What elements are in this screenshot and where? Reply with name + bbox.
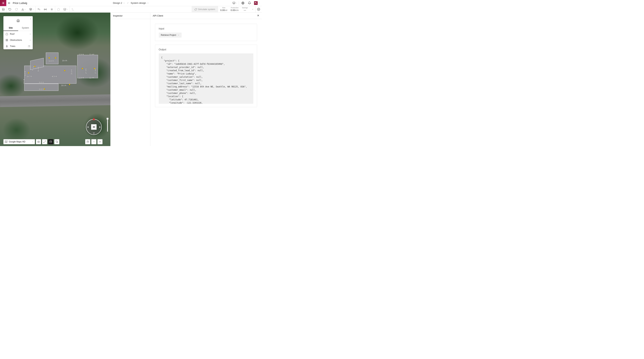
roof-edge-label: 16.4 ft xyxy=(38,67,39,72)
svg-point-0 xyxy=(3,3,4,4)
axis-button[interactable] xyxy=(70,6,76,13)
metrics-bar: Size 0.00kW Production 0.00kWh Savings — xyxy=(218,7,250,12)
svg-marker-20 xyxy=(30,8,32,9)
download-button[interactable] xyxy=(20,6,28,13)
redo-button[interactable] xyxy=(13,6,20,13)
breadcrumb: Design 2 / System design xyxy=(112,1,150,5)
chevron-down-icon[interactable] xyxy=(258,2,260,4)
svg-rect-39 xyxy=(7,40,8,41)
roof-edge-label: 14.1 ft xyxy=(23,79,25,84)
zoom-in-button[interactable]: + xyxy=(98,139,102,144)
close-icon xyxy=(257,14,260,17)
measure-button[interactable] xyxy=(54,139,59,144)
chevron-down-icon xyxy=(178,34,180,36)
sun-button[interactable] xyxy=(48,6,55,13)
inspector-title: Inspector xyxy=(110,13,150,19)
panel-item-roof[interactable]: Roof › xyxy=(4,31,33,37)
roof-edge-label: 12.4 ft xyxy=(89,54,94,56)
map-canvas[interactable]: 12.8 ft 12.4 ft 14.5 ft - 19.4 ft - 20.6… xyxy=(0,13,110,146)
settings-button[interactable] xyxy=(255,6,262,13)
notifications-button[interactable] xyxy=(246,0,252,6)
home-icon xyxy=(4,16,33,25)
device-button[interactable] xyxy=(62,6,70,13)
metrics-expand[interactable] xyxy=(250,8,255,10)
svg-rect-38 xyxy=(6,40,7,41)
svg-point-22 xyxy=(51,9,52,10)
svg-marker-40 xyxy=(5,141,7,143)
undo-button[interactable] xyxy=(7,6,13,13)
compass-west-icon: ◄ xyxy=(87,126,89,128)
roof-edge-label: 12.8 ft xyxy=(79,77,84,79)
svg-line-6 xyxy=(4,4,4,4)
basemap-selector[interactable]: Google Maps HD xyxy=(4,139,35,144)
save-button[interactable] xyxy=(0,6,6,13)
compass-north-icon xyxy=(92,118,95,120)
metric-savings: Savings — xyxy=(242,7,248,12)
breadcrumb-separator: / xyxy=(128,2,128,4)
panel-item-trees[interactable]: Trees T xyxy=(4,43,33,49)
svg-line-30 xyxy=(52,9,53,9)
shortcut-badge: T xyxy=(28,45,30,48)
operation-selector[interactable]: Retrieve Project xyxy=(159,33,182,38)
api-client-title: API Client xyxy=(150,13,262,19)
roof-edge-label: 20.6 ft xyxy=(71,70,73,75)
chevron-down-icon xyxy=(236,2,237,4)
input-section-title: Input xyxy=(159,27,254,30)
svg-point-14 xyxy=(242,3,244,4)
svg-line-7 xyxy=(2,4,2,4)
metric-production: Production 0.00kWh xyxy=(231,7,239,12)
roof-edge-label: 20.5 ft - xyxy=(61,85,67,87)
tab-system[interactable]: System xyxy=(18,25,33,31)
simulate-button[interactable]: Simulate system xyxy=(192,6,218,13)
roof-edge-label: 33.9 ft - xyxy=(39,82,45,84)
zoom-out-button[interactable]: − xyxy=(91,139,96,144)
map-mode-button[interactable] xyxy=(48,139,53,144)
svg-point-43 xyxy=(38,141,39,142)
svg-line-44 xyxy=(45,141,46,142)
visibility-button[interactable] xyxy=(36,139,41,144)
compass-east-icon: ► xyxy=(99,126,101,128)
simulate-label: Simulate system xyxy=(198,8,215,11)
output-code[interactable]: { "project": { "id": "1e845b3d-19d1-427f… xyxy=(159,54,254,104)
compass-south-icon xyxy=(93,132,95,135)
roof-edge-label: 19.4 ft - xyxy=(62,60,68,62)
user-avatar[interactable]: PL xyxy=(254,1,258,5)
output-section-title: Output xyxy=(159,48,254,51)
output-card: Output { "project": { "id": "1e845b3d-19… xyxy=(155,45,257,107)
top-bar: Price Ludwig Design 2 / System design PL xyxy=(0,0,262,6)
collapse-panel-button[interactable]: « xyxy=(30,18,31,20)
back-button[interactable] xyxy=(6,0,12,6)
layers-button[interactable] xyxy=(28,6,36,13)
chevron-down-icon xyxy=(123,2,125,4)
svg-rect-31 xyxy=(64,9,66,10)
app-logo[interactable] xyxy=(0,0,6,6)
view-mode-toggle[interactable]: 3D xyxy=(91,124,96,130)
broadcast-button[interactable] xyxy=(42,6,48,13)
svg-rect-37 xyxy=(7,39,8,40)
tree-icon xyxy=(6,45,8,48)
refresh-icon xyxy=(194,8,197,11)
project-name: Price Ludwig xyxy=(13,2,27,5)
roof-edge-label: 33.9 ft xyxy=(39,88,44,90)
svg-point-21 xyxy=(45,9,46,10)
presentation-button[interactable] xyxy=(232,0,238,6)
support-button[interactable] xyxy=(240,0,246,6)
tilt-slider[interactable] xyxy=(107,118,108,132)
design-selector[interactable]: Design 2 xyxy=(112,1,126,5)
pan-button[interactable] xyxy=(85,139,90,144)
revert-button[interactable] xyxy=(36,6,42,13)
close-button[interactable] xyxy=(257,14,260,17)
roof-edge-label: 19.7 ft - xyxy=(26,76,33,78)
panel-item-obstructions[interactable]: Obstructions › xyxy=(4,37,33,43)
chevron-right-icon: › xyxy=(30,33,30,35)
compass[interactable]: ◄ ► 3D xyxy=(86,119,102,135)
roof-edge-label: 15.0 ft xyxy=(24,71,26,77)
chevron-down-icon xyxy=(32,141,34,143)
home-3d-button[interactable] xyxy=(55,6,62,13)
svg-rect-46 xyxy=(50,141,52,143)
input-card: Input Retrieve Project xyxy=(155,24,257,41)
view-selector[interactable]: System design xyxy=(130,1,150,5)
svg-line-5 xyxy=(2,2,2,2)
fullscreen-button[interactable] xyxy=(42,139,47,144)
tab-site[interactable]: Site xyxy=(4,25,18,31)
